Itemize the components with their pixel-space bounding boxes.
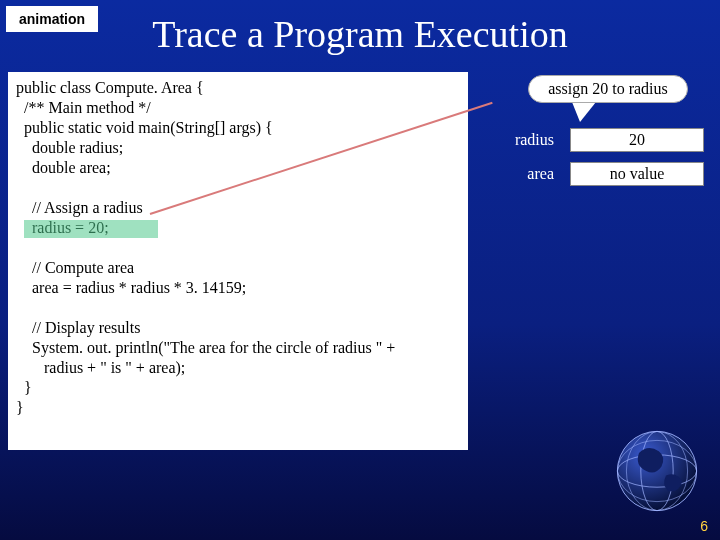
variable-value-box: no value [570,162,704,186]
slide-number: 6 [700,518,708,534]
variable-row: radius 20 [490,128,704,152]
variable-table: radius 20 area no value [490,128,704,196]
callout-tail [572,102,596,122]
variable-label: area [490,165,570,183]
slide: animation Trace a Program Execution publ… [0,0,720,540]
variable-value-box: 20 [570,128,704,152]
globe-icon [612,426,702,516]
variable-label: radius [490,131,570,149]
code-panel: public class Compute. Area { /** Main me… [8,72,468,450]
variable-row: area no value [490,162,704,186]
slide-title: Trace a Program Execution [0,12,720,56]
code-highlight [24,220,158,238]
callout-bubble: assign 20 to radius [528,75,688,103]
